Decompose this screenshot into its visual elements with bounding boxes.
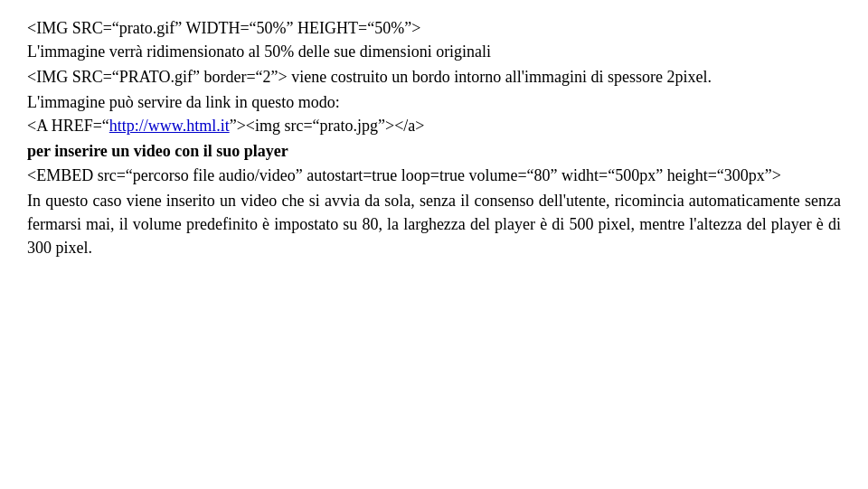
paragraph-4-bold: per inserire un video con il suo player	[27, 139, 841, 163]
paragraph-1: <IMG SRC=“prato.gif” WIDTH=“50%” HEIGHT=…	[27, 16, 841, 63]
content-block: <IMG SRC=“prato.gif” WIDTH=“50%” HEIGHT=…	[27, 16, 841, 259]
text-resize-desc: L'immagine verrà ridimensionato al 50% d…	[27, 42, 491, 61]
text-video-intro: per inserire un video con il suo player	[27, 142, 288, 160]
text-embed-tag: <EMBED src=“percorso file audio/video” a…	[27, 166, 781, 184]
text-link-tag-post: ”><img src=“prato.jpg”></a>	[230, 117, 425, 135]
link-url[interactable]: http://www.html.it	[109, 117, 230, 135]
paragraph-2: <IMG SRC=“PRATO.gif” border=“2”> viene c…	[27, 65, 841, 89]
text-link-intro: L'immagine può servire da link in questo…	[27, 93, 340, 111]
page-container: <IMG SRC=“prato.gif” WIDTH=“50%” HEIGHT=…	[0, 0, 868, 489]
text-link-tag-pre: <A HREF=“	[27, 117, 109, 135]
paragraph-3: L'immagine può servire da link in questo…	[27, 90, 841, 137]
text-img-tag: <IMG SRC=“prato.gif” WIDTH=“50%” HEIGHT=…	[27, 19, 420, 37]
paragraph-6: In questo caso viene inserito un video c…	[27, 189, 841, 259]
paragraph-5: <EMBED src=“percorso file audio/video” a…	[27, 164, 841, 187]
text-description: In questo caso viene inserito un video c…	[27, 192, 841, 257]
text-border-tag: <IMG SRC=“PRATO.gif” border=“2”> viene c…	[27, 68, 712, 86]
